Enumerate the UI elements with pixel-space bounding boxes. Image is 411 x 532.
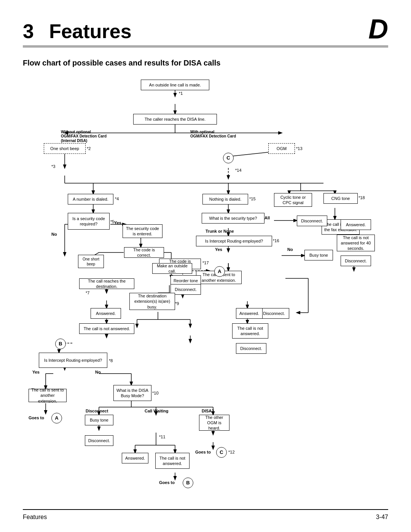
flow-chart-title: Flow chart of possible cases and results… <box>23 59 388 67</box>
header: 3 Features D <box>23 15 388 47</box>
page: 3 Features D Flow chart of possible case… <box>0 0 411 532</box>
disconnect-bottom-node: Disconnect. <box>85 435 113 446</box>
ref13: *13 <box>296 146 303 151</box>
security-entered-node: The security code is entered. <box>123 224 162 238</box>
header-features: Features <box>49 20 132 43</box>
number-dialed-node: A number is dialed. <box>68 194 113 204</box>
footer-page: 3-47 <box>376 514 388 521</box>
answered3-node: Answered. <box>122 453 148 463</box>
ref15: *15 <box>249 197 256 201</box>
chart-container: An outside line call is made. *1 The cal… <box>23 77 388 495</box>
header-title: 3 Features <box>23 20 132 43</box>
intercept-b-node: Is Intercept Routing employed? <box>39 353 107 368</box>
intercept-routing-node: Is Intercept Routing employed? <box>196 236 272 246</box>
ref2: *2 <box>87 146 91 151</box>
security-type-node: What is the security type? <box>202 213 264 224</box>
destination-node: The call reaches the destination. <box>79 278 134 289</box>
ref1: *1 <box>179 91 183 96</box>
with-optional-label: With optional OGM/FAX Detection Card <box>190 130 236 138</box>
call-waiting-header: Call Waiting <box>145 409 169 413</box>
ref9: *9 <box>175 301 179 306</box>
disa-line-node: The caller reaches the DISA line. <box>133 114 217 125</box>
ref10: *10 <box>152 391 159 395</box>
disa2-header: DISA2 <box>202 409 214 413</box>
call-not-answered3-node: The call is not answered. <box>155 453 190 469</box>
ref4: *4 <box>115 197 119 201</box>
node-c2: C <box>216 447 227 458</box>
make-outside-call-node: Make an outside call. <box>152 263 192 274</box>
node-a: A <box>214 266 225 277</box>
ref11: *11 <box>159 435 166 439</box>
header-letter: D <box>368 15 388 43</box>
other-ogm-node: The other OGM is heard. <box>199 415 229 431</box>
yes2-label: Yes <box>215 247 222 252</box>
nothing-dialed-node: Nothing is dialed. <box>202 194 248 204</box>
answered-far-right-node: Answered. <box>341 219 371 230</box>
answered1-node: Answered. <box>91 308 121 319</box>
answered2-node: Answered. <box>236 308 263 319</box>
ref16: *16 <box>273 238 279 243</box>
node-c-top: C <box>223 153 234 163</box>
start-node: An outside line call is made. <box>141 80 209 90</box>
security-required-node: Is a security code required? <box>68 213 110 230</box>
ref18: *18 <box>358 195 365 200</box>
node-b: B <box>55 339 66 349</box>
sent-another2-node: The call is sent to another extension. <box>29 389 67 402</box>
disconnect-reorder-node: Disconnect. <box>170 284 201 295</box>
ref12: *12 <box>228 450 235 454</box>
no3-label: No <box>95 370 101 374</box>
cyclic-tone-node: Cyclic tone or CPC signal <box>274 193 312 207</box>
disconnect-header: Disconnect <box>86 409 108 413</box>
footer-label: Features <box>23 514 47 521</box>
disconnect-right-mid-node: Disconnect. <box>236 343 266 354</box>
disconnect-far-right-node: Disconnect. <box>341 256 371 266</box>
disconnect-top-node: Disconnect. <box>297 216 327 226</box>
ref5: *5 <box>110 219 114 224</box>
destination-busy-node: The destination extension(s) is(are) bus… <box>129 293 175 310</box>
goes-to-a-label: Goes to <box>29 415 44 420</box>
ref7: *7 <box>86 291 89 295</box>
disconnect-mid-node: Disconnect. <box>259 308 289 319</box>
call-not-answered-far-right-node: The call is not answered for 40 seconds. <box>337 235 375 251</box>
call-not-answered2-node: The call is not answered. <box>232 323 268 339</box>
yes-label1: Yes <box>114 220 121 225</box>
ref17: *17 <box>202 260 209 265</box>
one-short-beep2-node: One short beep <box>78 255 104 268</box>
node-a2: A <box>51 413 62 423</box>
cng-tone-node: CNG tone <box>323 193 358 204</box>
without-optional-label: Without optional OGM/FAX Detection Card … <box>61 130 110 143</box>
code-correct-node: The code is correct. <box>124 247 164 258</box>
ref8: *8 <box>109 358 113 363</box>
one-short-beep-node: One short beep <box>44 143 86 154</box>
ogm-node: OGM <box>268 143 295 154</box>
busy-tone-bottom-node: Busy tone <box>85 415 113 425</box>
chapter-number: 3 <box>23 20 34 43</box>
yes3-label: Yes <box>32 370 40 374</box>
busy-tone-right-node: Busy tone <box>304 250 333 260</box>
no2-label: No <box>287 247 293 252</box>
goes-to-b-label: Goes to <box>159 480 175 485</box>
call-not-answered-node: The call is not answered. <box>79 323 134 334</box>
trunk-none-label: Trunk or None <box>206 229 234 233</box>
ref14: *14 <box>235 168 242 173</box>
node-b2: B <box>183 478 193 488</box>
goes-to-c-label: Goes to <box>195 450 211 454</box>
ref3: *3 <box>51 164 55 169</box>
all-label: All <box>264 216 270 220</box>
disa-busy-node: What is the DISA Busy Mode? <box>113 385 151 401</box>
no-label1: No <box>51 232 57 236</box>
footer: Features 3-47 <box>23 509 388 521</box>
